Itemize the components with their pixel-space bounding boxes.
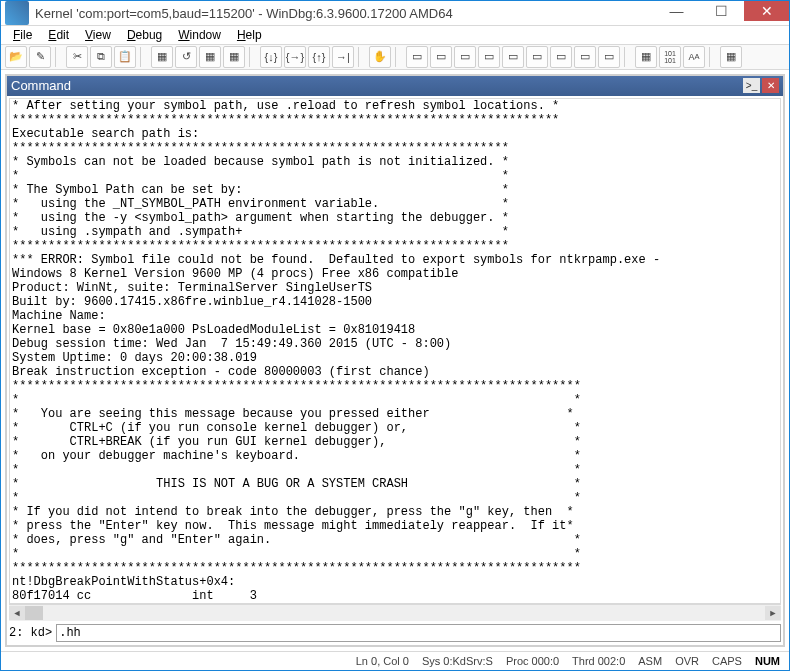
separator [395, 47, 402, 67]
separator [358, 47, 365, 67]
command-output[interactable]: * After setting your symbol path, use .r… [9, 98, 781, 604]
watch-window-icon[interactable]: ▭ [430, 46, 452, 68]
menu-help[interactable]: Help [229, 26, 270, 44]
menu-window[interactable]: Window [170, 26, 229, 44]
save-icon[interactable]: ✎ [29, 46, 51, 68]
run-to-cursor-icon[interactable]: →| [332, 46, 354, 68]
titlebar: Kernel 'com:port=com5,baud=115200' - Win… [1, 1, 789, 26]
disasm-window-icon[interactable]: ▭ [550, 46, 572, 68]
locals-window-icon[interactable]: ▭ [454, 46, 476, 68]
processes-window-icon[interactable]: ▭ [598, 46, 620, 68]
options-icon[interactable]: ▦ [635, 46, 657, 68]
horizontal-scrollbar[interactable]: ◄ ► [9, 604, 781, 621]
toolbar: 📂 ✎ ✂ ⧉ 📋 ▦ ↺ ▦ ▦ {↓} {→} {↑} →| ✋ ▭ ▭ ▭… [1, 45, 789, 69]
separator [709, 47, 716, 67]
break-icon[interactable]: ▦ [223, 46, 245, 68]
menu-file[interactable]: File [5, 26, 40, 44]
status-thrd: Thrd 002:0 [566, 655, 632, 667]
open-icon[interactable]: 📂 [5, 46, 27, 68]
scratch-window-icon[interactable]: ▭ [574, 46, 596, 68]
status-num: NUM [749, 655, 787, 667]
step-out-icon[interactable]: {↑} [308, 46, 330, 68]
step-over-icon[interactable]: {→} [284, 46, 306, 68]
status-ovr: OVR [669, 655, 706, 667]
memory-window-icon[interactable]: ▭ [502, 46, 524, 68]
maximize-button[interactable]: ☐ [699, 1, 744, 21]
close-button[interactable]: ✕ [744, 1, 789, 21]
registers-window-icon[interactable]: ▭ [478, 46, 500, 68]
menu-edit[interactable]: Edit [40, 26, 77, 44]
window-list-icon[interactable]: ▦ [720, 46, 742, 68]
status-sys: Sys 0:KdSrv:S [416, 655, 500, 667]
app-icon [5, 1, 29, 25]
menubar: File Edit View Debug Window Help [1, 26, 789, 45]
command-input[interactable] [56, 624, 781, 642]
font-icon[interactable]: AA [683, 46, 705, 68]
main-window: Kernel 'com:port=com5,baud=115200' - Win… [0, 0, 790, 671]
separator [249, 47, 256, 67]
scroll-track[interactable] [25, 606, 765, 620]
menu-view[interactable]: View [77, 26, 119, 44]
panel-menu-icon[interactable]: >_ [743, 78, 760, 93]
separator [55, 47, 62, 67]
command-prompt-row: 2: kd> [9, 623, 781, 643]
separator [624, 47, 631, 67]
go-icon[interactable]: ▦ [151, 46, 173, 68]
restart-icon[interactable]: ↺ [175, 46, 197, 68]
scroll-left-icon[interactable]: ◄ [9, 606, 25, 620]
scroll-thumb[interactable] [25, 606, 43, 620]
copy-icon[interactable]: ⧉ [90, 46, 112, 68]
scroll-right-icon[interactable]: ► [765, 606, 781, 620]
status-proc: Proc 000:0 [500, 655, 566, 667]
command-window-icon[interactable]: ▭ [406, 46, 428, 68]
binary-icon[interactable]: 101101 [659, 46, 681, 68]
prompt-label: 2: kd> [9, 626, 52, 640]
panel-close-icon[interactable]: ✕ [762, 78, 779, 93]
paste-icon[interactable]: 📋 [114, 46, 136, 68]
status-lncol: Ln 0, Col 0 [350, 655, 416, 667]
command-panel: Command >_ ✕ * After setting your symbol… [5, 74, 785, 647]
menu-debug[interactable]: Debug [119, 26, 170, 44]
source-mode-icon[interactable]: ✋ [369, 46, 391, 68]
status-asm: ASM [632, 655, 669, 667]
calls-window-icon[interactable]: ▭ [526, 46, 548, 68]
statusbar: Ln 0, Col 0 Sys 0:KdSrv:S Proc 000:0 Thr… [1, 651, 789, 670]
stop-icon[interactable]: ▦ [199, 46, 221, 68]
step-into-icon[interactable]: {↓} [260, 46, 282, 68]
cut-icon[interactable]: ✂ [66, 46, 88, 68]
separator [140, 47, 147, 67]
status-caps: CAPS [706, 655, 749, 667]
panel-title: Command [11, 78, 71, 93]
panel-header: Command >_ ✕ [7, 76, 783, 96]
minimize-button[interactable]: — [654, 1, 699, 21]
window-title: Kernel 'com:port=com5,baud=115200' - Win… [33, 6, 654, 21]
